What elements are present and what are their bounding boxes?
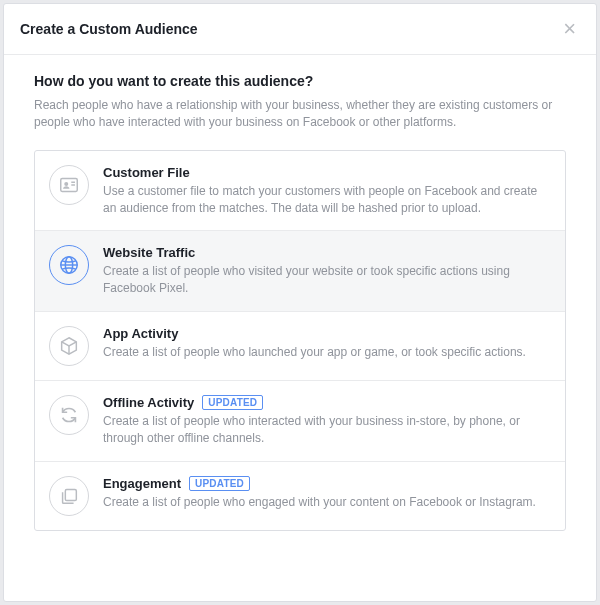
option-content: Engagement UPDATED Create a list of peop… — [103, 476, 551, 511]
option-offline-activity[interactable]: Offline Activity UPDATED Create a list o… — [35, 381, 565, 462]
stack-icon — [49, 476, 89, 516]
option-content: Website Traffic Create a list of people … — [103, 245, 551, 297]
option-title: Engagement — [103, 476, 181, 491]
option-description: Use a customer file to match your custom… — [103, 183, 551, 217]
option-title: App Activity — [103, 326, 178, 341]
updated-badge: UPDATED — [202, 395, 263, 410]
option-description: Create a list of people who launched you… — [103, 344, 551, 361]
question-heading: How do you want to create this audience? — [34, 73, 566, 89]
close-icon: × — [563, 16, 576, 41]
option-content: App Activity Create a list of people who… — [103, 326, 551, 361]
updated-badge: UPDATED — [189, 476, 250, 491]
sync-icon — [49, 395, 89, 435]
close-button[interactable]: × — [559, 18, 580, 40]
option-content: Offline Activity UPDATED Create a list o… — [103, 395, 551, 447]
option-description: Create a list of people who interacted w… — [103, 413, 551, 447]
create-custom-audience-modal: Create a Custom Audience × How do you wa… — [3, 3, 597, 602]
options-list: Customer File Use a customer file to mat… — [34, 150, 566, 531]
option-description: Create a list of people who visited your… — [103, 263, 551, 297]
svg-rect-8 — [65, 489, 76, 500]
modal-title: Create a Custom Audience — [20, 21, 198, 37]
option-engagement[interactable]: Engagement UPDATED Create a list of peop… — [35, 462, 565, 530]
option-title: Website Traffic — [103, 245, 195, 260]
option-customer-file[interactable]: Customer File Use a customer file to mat… — [35, 151, 565, 232]
option-app-activity[interactable]: App Activity Create a list of people who… — [35, 312, 565, 381]
question-description: Reach people who have a relationship wit… — [34, 97, 566, 132]
option-title: Offline Activity — [103, 395, 194, 410]
option-title: Customer File — [103, 165, 190, 180]
contact-card-icon — [49, 165, 89, 205]
option-website-traffic[interactable]: Website Traffic Create a list of people … — [35, 231, 565, 312]
globe-icon — [49, 245, 89, 285]
modal-header: Create a Custom Audience × — [4, 4, 596, 55]
package-icon — [49, 326, 89, 366]
modal-body: How do you want to create this audience?… — [4, 55, 596, 551]
option-content: Customer File Use a customer file to mat… — [103, 165, 551, 217]
option-description: Create a list of people who engaged with… — [103, 494, 551, 511]
svg-point-1 — [64, 182, 68, 186]
